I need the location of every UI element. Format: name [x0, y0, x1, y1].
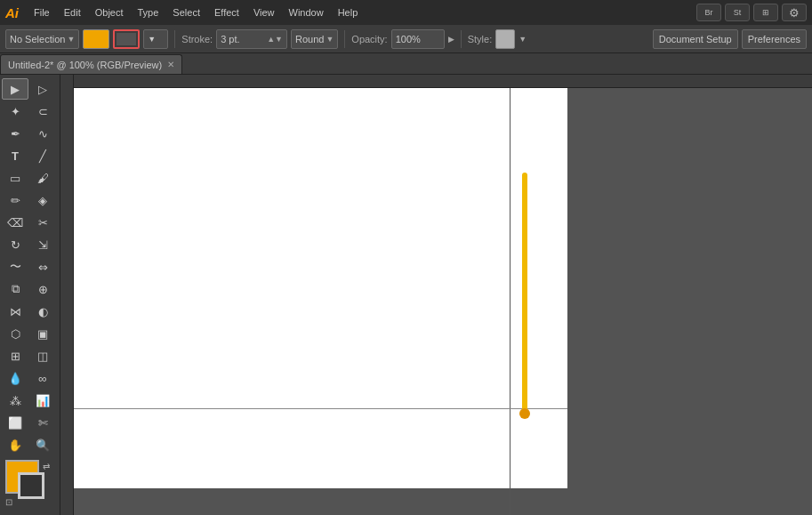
canvas-area[interactable] [60, 75, 812, 515]
blend-tool[interactable]: ∞ [29, 367, 56, 389]
stroke-label: Stroke: [181, 34, 213, 44]
menu-file[interactable]: File [28, 4, 56, 20]
control-toolbar: No Selection ▼ ▼ Stroke: ▲▼ Round ▼ Opac… [0, 25, 812, 53]
tab-bar: Untitled-2* @ 100% (RGB/Preview) ✕ [0, 53, 812, 75]
scale-tool[interactable]: ⇲ [29, 234, 56, 255]
perspective-selection-tool[interactable]: ▣ [29, 323, 56, 344]
artboard[interactable] [74, 88, 567, 488]
sep2 [344, 30, 345, 48]
menu-effect[interactable]: Effect [208, 4, 245, 20]
eraser-tool[interactable]: ⌫ [2, 212, 28, 233]
tool-row-8: ↻ ⇲ [2, 234, 58, 255]
rectangle-tool[interactable]: ▭ [2, 167, 28, 189]
puppet-warp-tool[interactable]: ⊕ [29, 278, 56, 300]
menu-object[interactable]: Object [89, 4, 130, 20]
mesh-tool[interactable]: ⊞ [2, 345, 28, 366]
vertical-guide [510, 88, 511, 488]
direct-selection-tool[interactable]: ▷ [29, 78, 56, 100]
tool-row-15: ⁂ 📊 [2, 390, 58, 411]
stroke-color-box[interactable] [18, 472, 44, 499]
vertical-ruler [60, 75, 74, 515]
shape-builder-tool[interactable]: ⋈ [2, 301, 28, 322]
menu-window[interactable]: Window [283, 4, 330, 20]
bridge-icon[interactable]: Br [696, 4, 721, 21]
main-area: ▶ ▷ ✦ ⊂ ✒ ∿ T ╱ ▭ 🖌 ✏ ◈ ⌫ ✂ ↻ ⇲ [0, 75, 812, 515]
artboard-tool[interactable]: ⬜ [2, 412, 28, 433]
opacity-value[interactable] [396, 34, 440, 44]
stroke-width-value[interactable] [221, 34, 265, 44]
selection-tool[interactable]: ▶ [2, 78, 28, 100]
menu-select[interactable]: Select [166, 4, 206, 20]
lasso-tool[interactable]: ⊂ [29, 101, 56, 122]
stock-icon[interactable]: St [725, 4, 750, 21]
tab-untitled2[interactable]: Untitled-2* @ 100% (RGB/Preview) ✕ [0, 54, 182, 74]
menu-bar: Ai File Edit Object Type Select Effect V… [0, 0, 812, 25]
style-swatch[interactable] [495, 29, 515, 49]
column-graph-tool[interactable]: 📊 [29, 390, 56, 411]
tool-row-1: ▶ ▷ [2, 78, 58, 100]
fill-stroke-area: ⇄ ⊡ [5, 460, 59, 513]
menu-view[interactable]: View [247, 4, 281, 20]
selection-dropdown[interactable]: No Selection ▼ [5, 29, 79, 49]
slice-tool[interactable]: ✄ [29, 412, 56, 433]
line-segment-tool[interactable]: ╱ [29, 145, 56, 166]
stroke-width-spinner[interactable]: ▲▼ [267, 35, 283, 44]
eyedropper-tool[interactable]: 💧 [2, 367, 28, 389]
symbol-sprayer-tool[interactable]: ⁂ [2, 390, 28, 411]
rotate-tool[interactable]: ↻ [2, 234, 28, 255]
tab-label: Untitled-2* @ 100% (RGB/Preview) [8, 60, 162, 70]
live-paint-tool[interactable]: ◐ [29, 301, 56, 322]
curvature-tool[interactable]: ∿ [29, 123, 56, 144]
tool-row-4: T ╱ [2, 145, 58, 166]
tool-row-10: ⧉ ⊕ [2, 278, 58, 300]
tool-row-6: ✏ ◈ [2, 189, 58, 211]
tool-row-5: ▭ 🖌 [2, 167, 58, 189]
stroke-cap-dropdown[interactable]: Round ▼ [291, 29, 338, 49]
style-label: Style: [468, 34, 493, 44]
free-transform-tool[interactable]: ⧉ [2, 278, 28, 300]
yellow-stroke-line[interactable] [522, 173, 527, 413]
menu-help[interactable]: Help [332, 4, 365, 20]
addon-icon[interactable]: ⚙ [782, 4, 807, 21]
tool-row-16: ⬜ ✄ [2, 412, 58, 433]
tool-row-2: ✦ ⊂ [2, 101, 58, 122]
document-setup-button[interactable]: Document Setup [653, 29, 738, 49]
pen-tool[interactable]: ✒ [2, 123, 28, 144]
menu-edit[interactable]: Edit [58, 4, 87, 20]
app-switcher: Br St ⊞ ⚙ [696, 4, 807, 21]
grid-icon[interactable]: ⊞ [753, 4, 778, 21]
dropdown-arrow-icon: ▼ [67, 35, 75, 44]
fill-color-swatch[interactable] [83, 29, 109, 49]
hand-tool[interactable]: ✋ [2, 434, 28, 455]
gradient-tool[interactable]: ◫ [29, 345, 56, 366]
stroke-color-swatch[interactable] [113, 29, 140, 49]
width-tool[interactable]: ⇔ [29, 256, 56, 278]
paintbrush-tool[interactable]: 🖌 [29, 167, 56, 189]
scissors-tool[interactable]: ✂ [29, 212, 56, 233]
cap-arrow-icon: ▼ [326, 35, 334, 44]
menu-type[interactable]: Type [132, 4, 165, 20]
color-area: ⇄ ⊡ [2, 456, 58, 515]
warp-tool[interactable]: 〜 [2, 256, 28, 278]
default-colors-icon[interactable]: ⊡ [5, 497, 12, 507]
preferences-button[interactable]: Preferences [742, 29, 807, 49]
tab-close-icon[interactable]: ✕ [167, 60, 174, 69]
pencil-tool[interactable]: ✏ [2, 189, 28, 211]
stroke-options[interactable]: ▼ [143, 29, 168, 49]
anchor-point[interactable] [519, 408, 530, 419]
shaper-tool[interactable]: ◈ [29, 189, 56, 211]
swap-colors-icon[interactable]: ⇄ [43, 462, 50, 471]
tool-row-7: ⌫ ✂ [2, 212, 58, 233]
app-logo: Ai [5, 5, 19, 20]
tool-row-13: ⊞ ◫ [2, 345, 58, 366]
sep3 [461, 30, 462, 48]
style-arrow[interactable]: ▼ [519, 35, 527, 44]
stroke-width-input[interactable]: ▲▼ [216, 29, 287, 49]
zoom-tool[interactable]: 🔍 [29, 434, 56, 455]
opacity-input[interactable] [391, 29, 445, 49]
tool-row-14: 💧 ∞ [2, 367, 58, 389]
type-tool[interactable]: T [2, 145, 28, 166]
opacity-arrow[interactable]: ▶ [448, 35, 454, 44]
magic-wand-tool[interactable]: ✦ [2, 101, 28, 122]
perspective-grid-tool[interactable]: ⬡ [2, 323, 28, 344]
